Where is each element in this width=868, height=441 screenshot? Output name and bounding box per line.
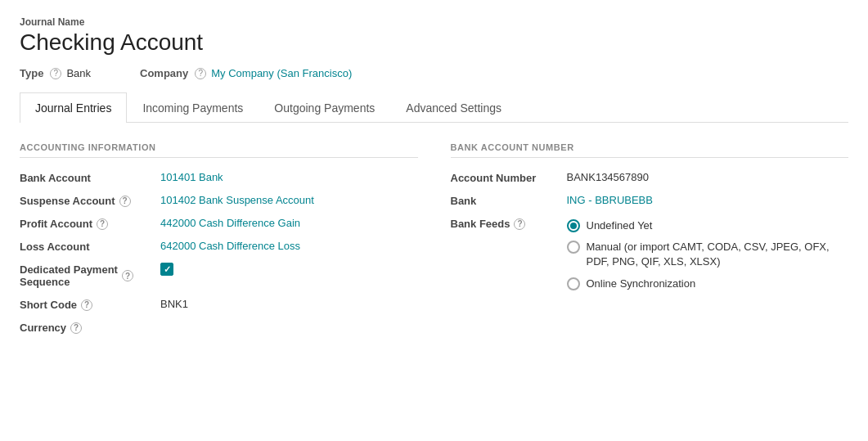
company-value[interactable]: My Company (San Francisco) (211, 67, 352, 79)
bank-value[interactable]: ING - BBRUBEBB (567, 194, 653, 206)
radio-label-manual: Manual (or import CAMT, CODA, CSV, JPEG,… (587, 240, 849, 269)
short-code-label: Short Code ? (20, 298, 151, 311)
company-help-icon[interactable]: ? (195, 68, 206, 79)
bank-label: Bank (451, 194, 557, 207)
short-code-help-icon[interactable]: ? (81, 299, 92, 311)
account-number-row: Account Number BANK134567890 (451, 171, 849, 184)
account-number-label: Account Number (451, 171, 557, 184)
bank-section: BANK ACCOUNT NUMBER Account Number BANK1… (451, 142, 849, 344)
company-label: Company (140, 67, 188, 79)
tab-advanced-settings[interactable]: Advanced Settings (390, 92, 517, 123)
radio-label-online-sync: Online Synchronization (587, 277, 696, 291)
bank-feeds-help-icon[interactable]: ? (514, 218, 525, 230)
dedicated-help-icon[interactable]: ? (122, 270, 133, 281)
short-code-value: BNK1 (160, 298, 188, 310)
radio-undefined-yet[interactable]: Undefined Yet (567, 218, 849, 233)
loss-account-value[interactable]: 642000 Cash Difference Loss (160, 240, 300, 252)
bank-account-row: Bank Account 101401 Bank (20, 171, 418, 184)
dedicated-payment-label: Dedicated Payment Sequence ? (20, 263, 151, 288)
currency-help-icon[interactable]: ? (70, 322, 82, 334)
type-help-icon[interactable]: ? (50, 68, 61, 79)
radio-online-sync[interactable]: Online Synchronization (567, 277, 849, 291)
dedicated-payment-row: Dedicated Payment Sequence ? (20, 263, 418, 288)
radio-btn-online-sync[interactable] (567, 277, 580, 290)
tabs-nav: Journal Entries Incoming Payments Outgoi… (20, 92, 848, 123)
page-title: Checking Account (20, 29, 848, 56)
radio-manual[interactable]: Manual (or import CAMT, CODA, CSV, JPEG,… (567, 240, 849, 269)
suspense-help-icon[interactable]: ? (119, 196, 131, 207)
bank-section-title: BANK ACCOUNT NUMBER (451, 142, 849, 158)
loss-account-row: Loss Account 642000 Cash Difference Loss (20, 240, 418, 253)
tab-incoming-payments[interactable]: Incoming Payments (127, 92, 259, 123)
radio-label-undefined-yet: Undefined Yet (587, 218, 653, 233)
suspense-account-label: Suspense Account ? (20, 194, 151, 207)
dedicated-payment-checkbox[interactable] (160, 263, 173, 276)
suspense-account-row: Suspense Account ? 101402 Bank Suspense … (20, 194, 418, 207)
profit-account-value[interactable]: 442000 Cash Difference Gain (160, 217, 300, 229)
profit-help-icon[interactable]: ? (97, 218, 108, 230)
bank-account-value[interactable]: 101401 Bank (160, 171, 223, 183)
tab-journal-entries[interactable]: Journal Entries (20, 92, 127, 123)
short-code-row: Short Code ? BNK1 (20, 298, 418, 311)
profit-account-label: Profit Account ? (20, 217, 151, 230)
bank-feeds-row: Bank Feeds ? Undefined Yet Manual (or im… (451, 217, 849, 291)
journal-name-label: Journal Name (20, 16, 848, 28)
accounting-section-title: ACCOUNTING INFORMATION (20, 142, 418, 158)
profit-account-row: Profit Account ? 442000 Cash Difference … (20, 217, 418, 230)
radio-btn-undefined-yet[interactable] (567, 219, 580, 232)
type-label: Type (20, 67, 43, 79)
bank-row: Bank ING - BBRUBEBB (451, 194, 849, 207)
currency-label: Currency ? (20, 321, 151, 334)
accounting-section: ACCOUNTING INFORMATION Bank Account 1014… (20, 142, 418, 344)
currency-row: Currency ? (20, 321, 418, 334)
suspense-account-value[interactable]: 101402 Bank Suspense Account (160, 194, 314, 206)
tab-outgoing-payments[interactable]: Outgoing Payments (259, 92, 390, 123)
account-number-value: BANK134567890 (567, 171, 649, 183)
bank-feeds-label: Bank Feeds ? (451, 217, 557, 230)
radio-btn-manual[interactable] (567, 241, 580, 254)
bank-feeds-radio-group: Undefined Yet Manual (or import CAMT, CO… (567, 218, 849, 291)
bank-account-label: Bank Account (20, 171, 151, 184)
loss-account-label: Loss Account (20, 240, 151, 253)
type-value: Bank (66, 67, 91, 79)
